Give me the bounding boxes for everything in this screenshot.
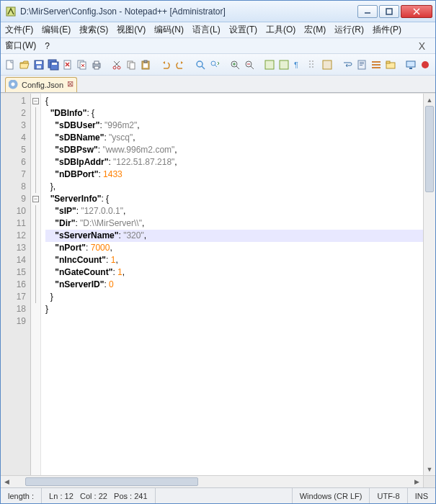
menu-item[interactable]: 设置(T) — [225, 24, 262, 36]
scroll-left-arrow[interactable]: ◀ — [1, 476, 13, 487]
horizontal-scrollbar[interactable]: ◀ ▶ — [1, 475, 435, 487]
menu-item[interactable]: 视图(V) — [112, 24, 150, 36]
cut-icon[interactable] — [110, 57, 123, 73]
copy-icon[interactable] — [125, 57, 138, 73]
tab-config-json[interactable]: Config.Json ⊠ — [5, 77, 77, 92]
code-line[interactable]: "sIP": "127.0.0.1", — [45, 205, 423, 217]
close-file-icon[interactable] — [61, 57, 74, 73]
menu-item[interactable]: 插件(P) — [368, 24, 406, 36]
find-icon[interactable] — [194, 57, 207, 73]
code-line[interactable]: { — [45, 95, 423, 107]
code-line[interactable]: "DBInfo": { — [45, 107, 423, 120]
func-list-icon[interactable] — [370, 57, 383, 73]
minimize-button[interactable] — [357, 5, 378, 18]
svg-line-24 — [115, 61, 120, 66]
code-view[interactable]: { "DBInfo": { "sDBUser": "996m2", "sDBNa… — [41, 94, 423, 475]
svg-rect-50 — [360, 63, 364, 64]
code-line[interactable]: "nPort": 7000, — [45, 242, 423, 254]
fold-toggle-icon[interactable]: − — [32, 98, 39, 104]
record-macro-icon[interactable] — [419, 57, 432, 73]
code-line[interactable]: "nGateCount": 1, — [45, 266, 423, 279]
menu-item[interactable]: 窗口(W) — [1, 40, 40, 52]
code-line[interactable]: "sDBUser": "996m2", — [45, 120, 423, 132]
line-number: 5 — [1, 144, 26, 156]
menu-item[interactable]: 搜索(S) — [75, 24, 112, 36]
print-icon[interactable] — [90, 57, 103, 73]
vertical-scrollbar[interactable]: ▲ ▼ — [423, 94, 435, 475]
code-line[interactable]: } — [45, 303, 423, 315]
maximize-button[interactable] — [379, 5, 399, 18]
save-icon[interactable] — [32, 57, 45, 73]
doc-map-icon[interactable] — [355, 57, 368, 73]
code-line[interactable]: "Dir": "D:\\MirServer\\", — [45, 217, 423, 230]
svg-rect-29 — [144, 60, 147, 63]
status-bar: length : Ln : 12 Col : 22 Pos : 241 Wind… — [1, 487, 435, 503]
menu-item[interactable]: 编辑(E) — [37, 24, 75, 36]
code-line[interactable]: "sDBPsw": "www.996m2.com", — [45, 144, 423, 156]
code-line[interactable]: } — [45, 291, 423, 303]
code-line[interactable] — [45, 315, 423, 328]
wrap-icon[interactable] — [341, 57, 354, 73]
menu-item[interactable]: 工具(O) — [262, 24, 300, 36]
window-title: D:\MirServer\Config.Json - Notepad++ [Ad… — [20, 6, 357, 17]
svg-rect-2 — [386, 9, 392, 14]
close-button[interactable] — [401, 5, 432, 18]
svg-line-34 — [215, 65, 217, 67]
play-macro-icon[interactable] — [433, 57, 436, 73]
replace-icon[interactable] — [208, 57, 221, 73]
fold-toggle-icon[interactable]: − — [32, 196, 39, 202]
line-number: 1 — [1, 95, 26, 107]
menu-item[interactable]: 语言(L) — [188, 24, 225, 36]
svg-point-23 — [117, 66, 120, 69]
menubar-close-x[interactable]: X — [414, 40, 430, 52]
folder-view-icon[interactable] — [384, 57, 397, 73]
scroll-down-arrow[interactable]: ▼ — [424, 463, 435, 475]
svg-rect-54 — [372, 67, 381, 68]
close-all-icon[interactable] — [76, 57, 89, 73]
vscroll-thumb[interactable] — [425, 106, 434, 192]
menu-item[interactable]: 宏(M) — [300, 24, 330, 36]
open-folder-icon[interactable] — [18, 57, 31, 73]
code-line[interactable]: "sDBIpAddr": "122.51.87.218", — [45, 156, 423, 168]
code-line[interactable]: "nDBPort": 1433 — [45, 168, 423, 181]
hscroll-track[interactable] — [13, 476, 411, 487]
paste-icon[interactable] — [139, 57, 152, 73]
indent-guide-icon[interactable] — [306, 57, 319, 73]
monitor-icon[interactable] — [404, 57, 417, 73]
scroll-up-arrow[interactable]: ▲ — [424, 94, 435, 106]
svg-point-31 — [197, 61, 203, 67]
menu-item[interactable]: 运行(R) — [330, 24, 368, 36]
fold-line — [35, 205, 36, 217]
code-line[interactable]: "ServerInfo": { — [45, 193, 423, 205]
code-line[interactable]: "nServerID": 0 — [45, 279, 423, 291]
svg-rect-53 — [372, 64, 381, 66]
redo-icon[interactable] — [174, 57, 187, 73]
fold-line — [35, 230, 36, 242]
scroll-right-arrow[interactable]: ▶ — [411, 476, 423, 487]
fold-line — [35, 242, 36, 254]
ws-icon[interactable]: ¶ — [292, 57, 305, 73]
menu-item[interactable]: ? — [40, 41, 54, 51]
save-all-icon[interactable] — [47, 57, 60, 73]
code-line[interactable]: "sServerName": "320", — [45, 230, 423, 242]
lang-icon[interactable] — [321, 57, 334, 73]
svg-line-36 — [236, 66, 239, 69]
code-line[interactable]: "nIncCount": 1, — [45, 254, 423, 266]
menu-item[interactable]: 文件(F) — [1, 24, 37, 36]
titlebar[interactable]: D:\MirServer\Config.Json - Notepad++ [Ad… — [1, 1, 435, 22]
status-eol: Windows (CR LF) — [293, 488, 370, 503]
undo-icon[interactable] — [159, 57, 172, 73]
zoom-in-icon[interactable] — [228, 57, 241, 73]
code-line[interactable]: }, — [45, 181, 423, 193]
new-file-icon[interactable] — [4, 57, 17, 73]
status-insert-mode[interactable]: INS — [408, 488, 435, 503]
hscroll-thumb[interactable] — [25, 477, 198, 486]
fold-line — [35, 254, 36, 266]
sync-h-icon[interactable] — [277, 57, 290, 73]
code-line[interactable]: "sDBName": "yscq", — [45, 132, 423, 144]
zoom-out-icon[interactable] — [243, 57, 256, 73]
menu-item[interactable]: 编码(N) — [150, 24, 188, 36]
line-number: 19 — [1, 315, 26, 328]
tab-close-icon[interactable]: ⊠ — [66, 80, 74, 89]
sync-v-icon[interactable] — [263, 57, 276, 73]
